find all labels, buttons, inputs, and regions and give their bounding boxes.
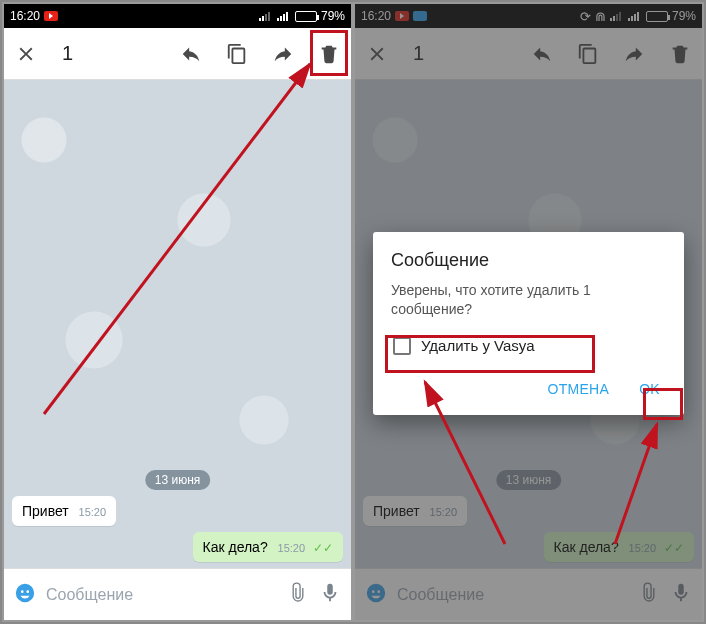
message-incoming[interactable]: Привет 15:20 — [12, 496, 116, 526]
battery-percent: 79% — [321, 9, 345, 23]
reply-button[interactable] — [177, 40, 205, 68]
close-selection-button[interactable] — [12, 40, 40, 68]
forward-button[interactable] — [269, 40, 297, 68]
message-input[interactable]: Сообщение — [46, 586, 277, 604]
signal-icon — [277, 11, 291, 21]
annotation-box-ok — [643, 388, 683, 420]
message-outgoing[interactable]: Как дела? 15:20 ✓✓ — [193, 532, 344, 562]
status-time: 16:20 — [10, 9, 40, 23]
youtube-notification-icon — [44, 11, 58, 21]
dialog-body: Уверены, что хотите удалить 1 сообщение? — [391, 281, 666, 319]
message-time: 15:20 — [79, 506, 107, 518]
mic-icon[interactable] — [319, 582, 341, 608]
selection-action-bar: 1 — [4, 28, 351, 80]
delete-confirmation-dialog: Сообщение Уверены, что хотите удалить 1 … — [373, 232, 684, 415]
battery-icon — [295, 11, 317, 22]
selected-count: 1 — [62, 42, 73, 65]
attach-icon[interactable] — [287, 582, 309, 608]
message-text: Привет — [22, 503, 69, 519]
message-time: 15:20 — [278, 542, 306, 554]
read-ticks-icon: ✓✓ — [313, 541, 333, 555]
screenshot-right: 16:20 ⟳ ⋒ 79% 1 13 — [355, 4, 702, 620]
status-bar: 16:20 79% — [4, 4, 351, 28]
chat-area[interactable]: 13 июня Привет 15:20 Как дела? 15:20 ✓✓ — [4, 80, 351, 568]
message-text: Как дела? — [203, 539, 268, 555]
screenshot-left: 16:20 79% 1 — [4, 4, 351, 620]
copy-button[interactable] — [223, 40, 251, 68]
annotation-box-checkbox — [385, 335, 595, 373]
sticker-icon[interactable] — [14, 582, 36, 608]
signal-icon — [259, 11, 273, 21]
annotation-box-delete — [310, 30, 348, 76]
date-separator: 13 июня — [145, 470, 211, 490]
dialog-title: Сообщение — [391, 250, 666, 271]
composer: Сообщение — [4, 568, 351, 620]
cancel-button[interactable]: ОТМЕНА — [541, 373, 615, 405]
